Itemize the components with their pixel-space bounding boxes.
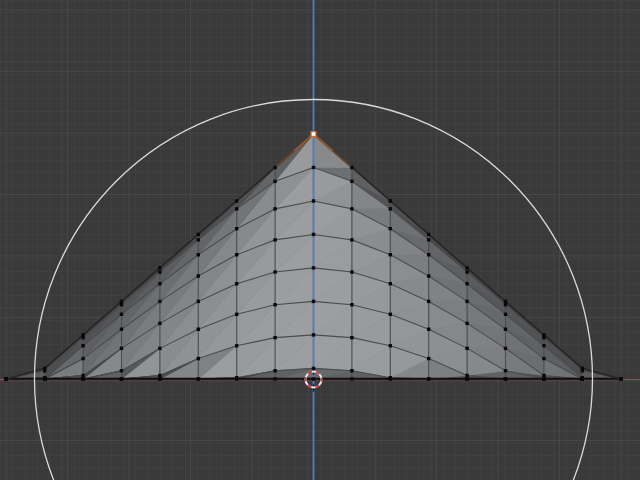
mesh-vertex[interactable] bbox=[273, 166, 276, 169]
mesh-vertex[interactable] bbox=[389, 377, 392, 380]
mesh-vertex[interactable] bbox=[465, 270, 468, 273]
mesh-vertex[interactable] bbox=[389, 344, 392, 347]
mesh-vertex[interactable] bbox=[273, 369, 276, 372]
mesh-vertex[interactable] bbox=[504, 369, 507, 372]
mesh-vertex[interactable] bbox=[619, 377, 622, 380]
mesh-vertex[interactable] bbox=[273, 377, 276, 380]
mesh-vertex[interactable] bbox=[504, 377, 507, 380]
mesh-vertex[interactable] bbox=[120, 303, 123, 306]
mesh-vertex[interactable] bbox=[427, 300, 430, 303]
mesh-vertex[interactable] bbox=[197, 238, 200, 241]
mesh-vertex[interactable] bbox=[427, 253, 430, 256]
mesh-vertex[interactable] bbox=[427, 274, 430, 277]
mesh-vertex[interactable] bbox=[120, 300, 123, 303]
mesh-vertex[interactable] bbox=[273, 207, 276, 210]
mesh-vertex[interactable] bbox=[542, 336, 545, 339]
mesh-vertex[interactable] bbox=[81, 357, 84, 360]
mesh-vertex[interactable] bbox=[81, 377, 84, 380]
mesh-vertex[interactable] bbox=[197, 274, 200, 277]
active-vertex-core[interactable] bbox=[312, 132, 316, 136]
mesh-vertex[interactable] bbox=[350, 166, 353, 169]
mesh-vertex[interactable] bbox=[235, 227, 238, 230]
mesh-vertex[interactable] bbox=[350, 303, 353, 306]
mesh-vertex[interactable] bbox=[235, 282, 238, 285]
mesh-vertex[interactable] bbox=[350, 180, 353, 183]
mesh-vertex[interactable] bbox=[465, 322, 468, 325]
mesh-vertex[interactable] bbox=[504, 347, 507, 350]
mesh-vertex[interactable] bbox=[542, 377, 545, 380]
mesh-vertex[interactable] bbox=[427, 377, 430, 380]
mesh-vertex[interactable] bbox=[273, 180, 276, 183]
mesh-vertex[interactable] bbox=[542, 344, 545, 347]
mesh-vertex[interactable] bbox=[120, 313, 123, 316]
mesh-vertex[interactable] bbox=[504, 313, 507, 316]
mesh-vertex[interactable] bbox=[312, 233, 315, 236]
mesh-vertex[interactable] bbox=[273, 303, 276, 306]
mesh-vertex[interactable] bbox=[197, 377, 200, 380]
mesh-vertex[interactable] bbox=[81, 344, 84, 347]
mesh-vertex[interactable] bbox=[158, 270, 161, 273]
mesh-vertex[interactable] bbox=[350, 270, 353, 273]
mesh-vertex[interactable] bbox=[120, 347, 123, 350]
mesh-vertex[interactable] bbox=[581, 369, 584, 372]
mesh-vertex[interactable] bbox=[235, 207, 238, 210]
mesh-vertex[interactable] bbox=[158, 300, 161, 303]
mesh-vertex[interactable] bbox=[43, 377, 46, 380]
mesh-vertex[interactable] bbox=[235, 313, 238, 316]
mesh-vertex[interactable] bbox=[350, 369, 353, 372]
mesh-vertex[interactable] bbox=[158, 322, 161, 325]
mesh-vertex[interactable] bbox=[235, 199, 238, 202]
mesh-vertex[interactable] bbox=[389, 282, 392, 285]
mesh-vertex[interactable] bbox=[504, 300, 507, 303]
mesh-vertex[interactable] bbox=[197, 253, 200, 256]
mesh-vertex[interactable] bbox=[427, 238, 430, 241]
mesh-vertex[interactable] bbox=[427, 233, 430, 236]
mesh-vertex[interactable] bbox=[43, 369, 46, 372]
mesh-vertex[interactable] bbox=[120, 328, 123, 331]
mesh-vertex[interactable] bbox=[197, 357, 200, 360]
mesh-vertex[interactable] bbox=[120, 369, 123, 372]
mesh-vertex[interactable] bbox=[235, 253, 238, 256]
mesh-vertex[interactable] bbox=[312, 166, 315, 169]
mesh-vertex[interactable] bbox=[81, 374, 84, 377]
mesh-vertex[interactable] bbox=[465, 374, 468, 377]
mesh-vertex[interactable] bbox=[389, 227, 392, 230]
mesh-vertex[interactable] bbox=[312, 377, 315, 380]
mesh-vertex[interactable] bbox=[465, 377, 468, 380]
mesh-vertex[interactable] bbox=[350, 377, 353, 380]
mesh-vertex[interactable] bbox=[504, 303, 507, 306]
mesh-vertex[interactable] bbox=[158, 266, 161, 269]
mesh-vertex[interactable] bbox=[389, 253, 392, 256]
mesh-vertex[interactable] bbox=[158, 377, 161, 380]
mesh-vertex[interactable] bbox=[120, 377, 123, 380]
mesh-vertex[interactable] bbox=[235, 344, 238, 347]
mesh-vertex[interactable] bbox=[5, 377, 8, 380]
mesh-vertex[interactable] bbox=[465, 347, 468, 350]
mesh-vertex[interactable] bbox=[273, 238, 276, 241]
mesh-vertex[interactable] bbox=[465, 266, 468, 269]
3d-viewport[interactable] bbox=[0, 0, 640, 480]
mesh-vertex[interactable] bbox=[504, 328, 507, 331]
mesh-vertex[interactable] bbox=[273, 336, 276, 339]
mesh-vertex[interactable] bbox=[197, 328, 200, 331]
mesh-vertex[interactable] bbox=[312, 333, 315, 336]
mesh-vertex[interactable] bbox=[312, 266, 315, 269]
mesh-vertex[interactable] bbox=[312, 300, 315, 303]
mesh-vertex[interactable] bbox=[273, 270, 276, 273]
active-vertex[interactable] bbox=[311, 131, 317, 137]
mesh-vertex[interactable] bbox=[389, 199, 392, 202]
mesh-vertex[interactable] bbox=[158, 282, 161, 285]
mesh-vertex[interactable] bbox=[427, 328, 430, 331]
mesh-vertex[interactable] bbox=[158, 347, 161, 350]
mesh-vertex[interactable] bbox=[81, 336, 84, 339]
mesh-vertex[interactable] bbox=[581, 377, 584, 380]
mesh-vertex[interactable] bbox=[350, 207, 353, 210]
mesh-vertex[interactable] bbox=[197, 233, 200, 236]
mesh-vertex[interactable] bbox=[312, 199, 315, 202]
mesh-vertex[interactable] bbox=[465, 282, 468, 285]
mesh-vertex[interactable] bbox=[389, 313, 392, 316]
mesh-vertex[interactable] bbox=[389, 207, 392, 210]
mesh-vertex[interactable] bbox=[350, 238, 353, 241]
mesh-vertex[interactable] bbox=[235, 377, 238, 380]
mesh-vertex[interactable] bbox=[197, 300, 200, 303]
